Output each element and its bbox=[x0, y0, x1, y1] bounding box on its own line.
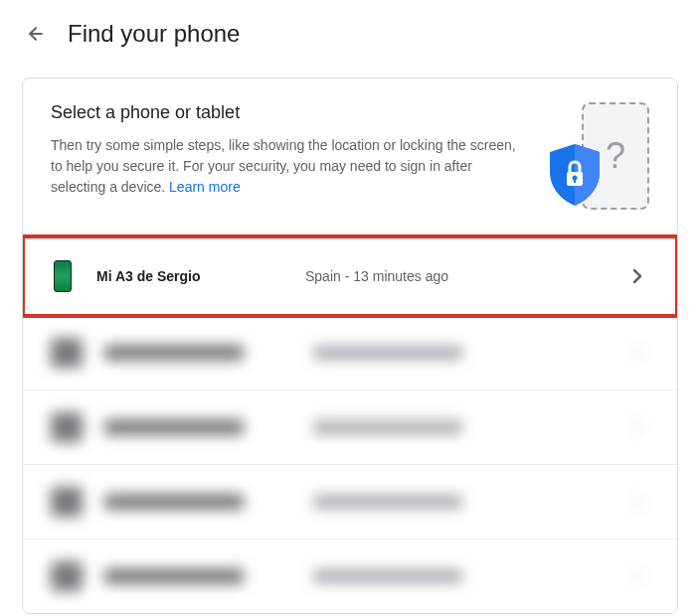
find-phone-card: Select a phone or tablet Then try some s… bbox=[22, 77, 678, 614]
device-meta bbox=[313, 495, 625, 509]
device-item-redacted[interactable] bbox=[23, 539, 677, 613]
svg-rect-3 bbox=[574, 179, 576, 183]
device-list: Mi A3 de Sergio Spain - 13 minutes ago bbox=[23, 235, 677, 613]
arrow-left-icon bbox=[26, 24, 46, 44]
card-description: Then try some simple steps, like showing… bbox=[51, 135, 524, 198]
card-header: Select a phone or tablet Then try some s… bbox=[23, 78, 677, 235]
shield-lock-icon bbox=[546, 142, 604, 208]
card-header-text: Select a phone or tablet Then try some s… bbox=[51, 102, 524, 198]
chevron-right-icon bbox=[625, 264, 649, 288]
device-name bbox=[104, 345, 313, 361]
device-location: Spain bbox=[305, 268, 341, 284]
device-meta bbox=[313, 346, 625, 360]
device-phone-icon bbox=[51, 338, 83, 368]
device-name bbox=[104, 419, 313, 435]
device-name bbox=[104, 494, 313, 510]
chevron-right-icon bbox=[625, 341, 649, 365]
device-name: Mi A3 de Sergio bbox=[96, 268, 305, 284]
chevron-right-icon bbox=[625, 490, 649, 514]
device-meta bbox=[313, 420, 625, 434]
device-item-mi-a3[interactable]: Mi A3 de Sergio Spain - 13 minutes ago bbox=[23, 236, 677, 316]
device-time: 13 minutes ago bbox=[353, 268, 448, 284]
device-name bbox=[104, 568, 313, 584]
device-item-redacted[interactable] bbox=[23, 464, 677, 539]
device-meta bbox=[313, 569, 625, 583]
chevron-right-icon bbox=[625, 415, 649, 439]
page-header: Find your phone bbox=[0, 0, 700, 66]
chevron-right-icon bbox=[625, 564, 649, 588]
device-phone-icon bbox=[51, 412, 83, 442]
device-item-redacted[interactable] bbox=[23, 316, 677, 389]
learn-more-link[interactable]: Learn more bbox=[169, 179, 241, 195]
card-illustration: ? bbox=[540, 102, 649, 212]
device-phone-icon bbox=[51, 258, 75, 294]
page-title: Find your phone bbox=[68, 20, 240, 48]
question-mark-icon: ? bbox=[606, 135, 625, 177]
device-meta: Spain - 13 minutes ago bbox=[305, 268, 625, 284]
device-phone-icon bbox=[51, 487, 83, 517]
card-title: Select a phone or tablet bbox=[51, 102, 524, 123]
device-item-redacted[interactable] bbox=[23, 389, 677, 464]
device-phone-icon bbox=[51, 561, 83, 591]
card-description-text: Then try some simple steps, like showing… bbox=[51, 137, 516, 195]
back-button[interactable] bbox=[24, 22, 48, 46]
